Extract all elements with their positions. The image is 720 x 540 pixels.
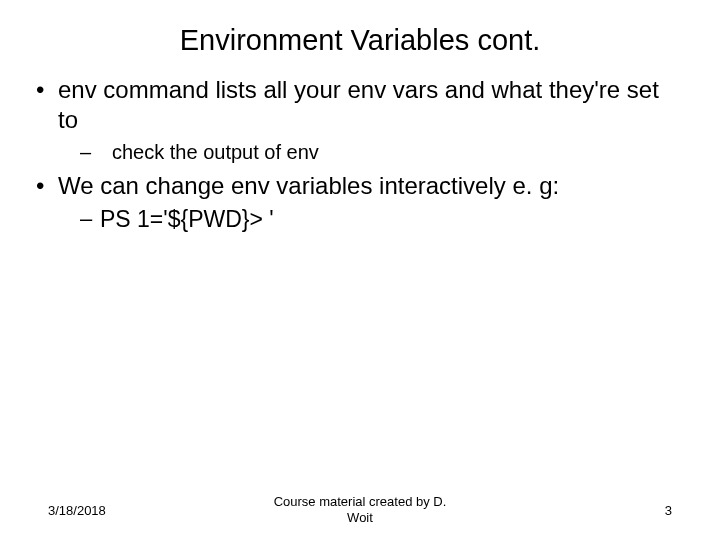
bullet-item: We can change env variables interactivel… xyxy=(36,171,684,235)
sub-bullet-item: check the output of env xyxy=(58,139,684,165)
bullet-list: env command lists all your env vars and … xyxy=(36,75,684,235)
sub-list: check the output of env xyxy=(58,139,684,165)
slide-title: Environment Variables cont. xyxy=(0,0,720,75)
footer-center: Course material created by D.Woit xyxy=(0,494,720,527)
slide-body: env command lists all your env vars and … xyxy=(0,75,720,235)
bullet-text: We can change env variables interactivel… xyxy=(58,172,559,199)
sub-bullet-item: PS 1='${PWD}> ' xyxy=(58,205,684,235)
footer-center-text: Course material created by D.Woit xyxy=(274,494,447,525)
bullet-text: env command lists all your env vars and … xyxy=(58,76,659,133)
bullet-item: env command lists all your env vars and … xyxy=(36,75,684,165)
sub-list: PS 1='${PWD}> ' xyxy=(58,205,684,235)
sub-bullet-text: check the output of env xyxy=(106,141,319,163)
slide: Environment Variables cont. env command … xyxy=(0,0,720,540)
sub-bullet-text: PS 1='${PWD}> ' xyxy=(100,206,274,232)
footer-page-number: 3 xyxy=(665,503,672,518)
